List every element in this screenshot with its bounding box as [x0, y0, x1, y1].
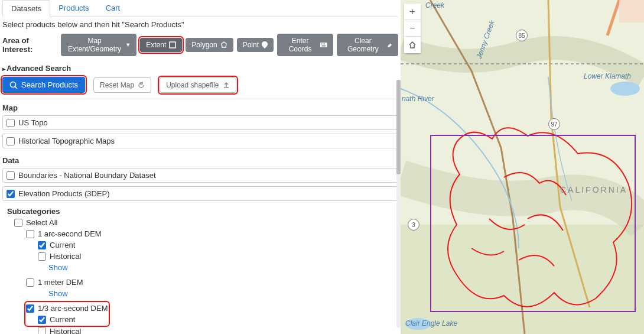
one-arc-show-link[interactable]: Show [38, 262, 398, 277]
search-icon [9, 81, 18, 89]
us-topo-checkbox[interactable] [6, 119, 15, 127]
one-third-arc-current-item[interactable]: Current [38, 314, 108, 325]
map-section-header: Map [2, 99, 398, 115]
one-third-arc-historical-checkbox[interactable] [38, 327, 46, 334]
select-all-item[interactable]: Select All [14, 217, 398, 228]
one-arc-label: 1 arc-second DEM [38, 229, 102, 238]
historical-topo-checkbox[interactable] [6, 137, 15, 145]
one-third-arc-label: 1/3 arc-second DEM [38, 304, 108, 313]
select-all-label: Select All [26, 218, 57, 227]
caret-down-icon: ▼ [125, 42, 131, 48]
reset-map-button[interactable]: Reset Map [93, 77, 151, 93]
eraser-icon [386, 41, 392, 48]
svg-rect-5 [322, 46, 326, 47]
svg-point-10 [610, 82, 640, 96]
one-arc-historical-item[interactable]: Historical [38, 251, 398, 262]
one-arc-item[interactable]: 1 arc-second DEM [26, 228, 398, 239]
scrollbar-thumb[interactable] [396, 80, 401, 174]
refresh-icon [138, 82, 145, 89]
map-canvas[interactable]: Creek Jenny Creek Lower Klamath nath Riv… [401, 0, 644, 334]
svg-point-11 [405, 318, 431, 330]
select-all-checkbox[interactable] [14, 219, 22, 227]
search-products-button[interactable]: Search Products [2, 77, 85, 93]
scrollbar[interactable] [396, 80, 401, 328]
instruction-text: Select products below and then hit "Sear… [2, 17, 398, 34]
svg-rect-1 [320, 43, 327, 47]
zoom-in-button[interactable]: + [404, 4, 421, 20]
tab-products[interactable]: Products [50, 0, 97, 17]
advanced-search-toggle[interactable]: Advanced Search [2, 62, 398, 77]
svg-rect-12 [619, 0, 644, 22]
historical-topo-row[interactable]: Historical Topographic Maps [2, 134, 398, 148]
one-arc-checkbox[interactable] [26, 230, 34, 238]
extent-button[interactable]: Extent [140, 38, 182, 52]
svg-point-6 [11, 82, 16, 87]
svg-rect-2 [321, 44, 323, 45]
one-arc-current-item[interactable]: Current [38, 239, 398, 251]
elevation-label: Elevation Products (3DEP) [18, 189, 110, 198]
historical-topo-label: Historical Topographic Maps [18, 137, 115, 145]
svg-line-7 [15, 86, 18, 89]
aoi-label: Area of Interest: [2, 36, 57, 54]
one-third-arc-current-label: Current [50, 315, 75, 324]
boundaries-checkbox[interactable] [6, 171, 15, 180]
one-arc-historical-label: Historical [50, 252, 81, 261]
svg-rect-4 [324, 44, 326, 45]
one-arc-historical-checkbox[interactable] [38, 252, 46, 261]
one-third-arc-historical-label: Historical [50, 327, 81, 335]
us-topo-label: US Topo [18, 118, 48, 127]
route-3-shield: 3 [408, 219, 419, 231]
map-extent-geometry-button[interactable]: Map Extent/Geometry▼ [61, 34, 136, 56]
tab-cart[interactable]: Cart [97, 0, 129, 17]
svg-rect-0 [170, 42, 175, 48]
extent-icon [169, 41, 176, 48]
elevation-row[interactable]: Elevation Products (3DEP) [2, 186, 398, 201]
selection-extent-box[interactable] [430, 135, 636, 312]
tab-datasets[interactable]: Datasets [2, 0, 50, 17]
data-section-header: Data [2, 152, 398, 168]
point-button[interactable]: Point [237, 38, 274, 52]
one-third-arc-historical-item[interactable]: Historical [38, 326, 398, 335]
zoom-out-button[interactable]: − [404, 20, 421, 37]
svg-rect-3 [323, 44, 324, 45]
boundaries-row[interactable]: Boundaries - National Boundary Dataset [2, 168, 398, 183]
one-meter-item[interactable]: 1 meter DEM [26, 277, 398, 288]
polygon-icon [220, 41, 227, 48]
route-85-shield: 85 [516, 30, 528, 41]
one-meter-checkbox[interactable] [26, 278, 34, 287]
keyboard-icon [320, 42, 327, 48]
one-third-arc-item[interactable]: 1/3 arc-second DEM [26, 303, 108, 314]
one-third-arc-checkbox[interactable] [26, 304, 34, 313]
us-topo-row[interactable]: US Topo [2, 115, 398, 130]
home-icon [408, 41, 417, 49]
subcategories-header: Subcategories [2, 205, 398, 217]
upload-icon [223, 82, 230, 89]
home-extent-button[interactable] [404, 37, 421, 53]
boundaries-label: Boundaries - National Boundary Dataset [18, 171, 156, 180]
one-meter-label: 1 meter DEM [38, 278, 83, 287]
one-third-arc-current-checkbox[interactable] [38, 316, 46, 324]
route-97-shield: 97 [548, 118, 560, 130]
upload-shapefile-button[interactable]: Upload shapefile [160, 77, 236, 93]
one-arc-current-checkbox[interactable] [38, 241, 46, 249]
enter-coords-button[interactable]: Enter Coords [277, 34, 333, 56]
clear-geometry-button[interactable]: Clear Geometry [337, 34, 398, 56]
one-arc-current-label: Current [50, 241, 75, 249]
point-icon [262, 41, 268, 48]
elevation-checkbox[interactable] [6, 190, 15, 198]
polygon-button[interactable]: Polygon [186, 38, 233, 52]
one-meter-show-link[interactable]: Show [38, 288, 398, 303]
